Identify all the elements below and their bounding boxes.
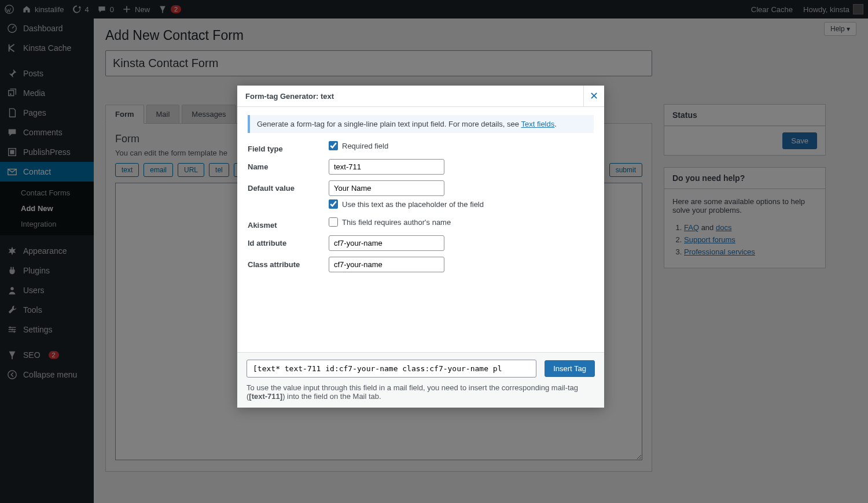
close-icon: ✕ <box>590 90 598 102</box>
modal-title: Form-tag Generator: text <box>237 86 583 106</box>
name-input[interactable] <box>329 159 444 175</box>
name-label: Name <box>248 159 329 171</box>
modal-close-button[interactable]: ✕ <box>583 86 604 106</box>
text-fields-link[interactable]: Text fields <box>521 120 554 128</box>
field-type-label: Field type <box>248 141 329 153</box>
modal-info: Generate a form-tag for a single-line pl… <box>248 115 594 133</box>
class-attribute-label: Class attribute <box>248 257 329 269</box>
placeholder-checkbox[interactable] <box>329 199 338 209</box>
akismet-check-label: This field requires author's name <box>342 218 451 227</box>
default-value-input[interactable] <box>329 180 444 196</box>
id-attribute-input[interactable] <box>329 235 444 251</box>
required-checkbox[interactable] <box>329 141 338 150</box>
akismet-label: Akismet <box>248 217 329 230</box>
id-attribute-label: Id attribute <box>248 235 329 247</box>
required-label: Required field <box>342 142 388 150</box>
default-value-label: Default value <box>248 180 329 193</box>
placeholder-check-label: Use this text as the placeholder of the … <box>342 200 484 209</box>
modal-footer-note: To use the value input through this fiel… <box>247 383 595 401</box>
class-attribute-input[interactable] <box>329 257 444 272</box>
akismet-checkbox[interactable] <box>329 217 338 227</box>
insert-tag-button[interactable]: Insert Tag <box>545 360 595 377</box>
tag-output[interactable] <box>247 360 536 378</box>
form-tag-generator-modal: Form-tag Generator: text ✕ Generate a fo… <box>237 86 604 408</box>
